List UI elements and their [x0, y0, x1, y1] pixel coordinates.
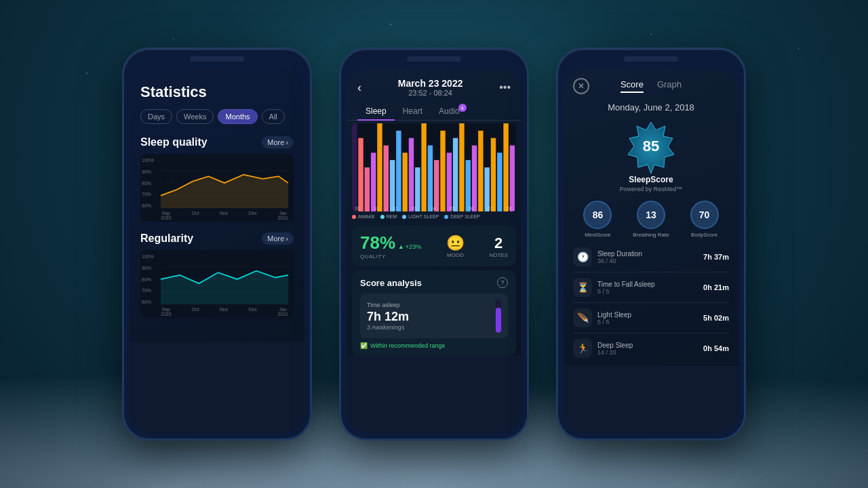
p3-tab-graph[interactable]: Graph — [657, 79, 682, 93]
svg-rect-25 — [434, 160, 439, 211]
phone2-notch — [407, 56, 461, 62]
p2-quality-info: 78% ▲ +23% QUALITY — [360, 232, 421, 260]
p3-breathing-label: Breathing Rate — [633, 232, 669, 238]
p3-metric-breathing: 13 Breathing Rate — [633, 201, 669, 238]
legend-light: LIGHT SLEEP — [402, 214, 439, 219]
p2-date: March 23 2022 — [398, 78, 463, 89]
svg-rect-34 — [491, 138, 496, 211]
phone-statistics: Statistics Days Weeks Months All Sleep q… — [122, 47, 312, 441]
svg-rect-22 — [415, 167, 420, 211]
svg-text:02: 02 — [393, 205, 398, 211]
svg-rect-20 — [402, 152, 407, 211]
svg-text:01: 01 — [374, 205, 379, 211]
p2-recommended: ✅ Within recommended range — [360, 342, 508, 349]
p2-title-block: March 23 2022 23:52 - 08:24 — [398, 78, 463, 97]
p1-regularity-section: Regularity More › 100% 90% 80% 70% 60% — [140, 232, 294, 318]
p3-tab-score[interactable]: Score — [620, 79, 644, 93]
phone3-notch — [624, 56, 678, 62]
svg-text:00: 00 — [355, 205, 360, 211]
p2-quality-block: 78% ▲ +23% QUALITY 😐 MOOD 2 — [352, 226, 516, 266]
svg-rect-13 — [358, 138, 363, 211]
p1-sleep-quality-header: Sleep quality More › — [140, 136, 294, 148]
p3-divider-2 — [573, 302, 729, 303]
p1-tab-days[interactable]: Days — [140, 109, 172, 124]
p3-stat-fall-asleep: ⏳ Time to Fall Asleep 5 / 5 0h 21m — [573, 278, 729, 297]
p3-score-powered: Powered by ResMed™ — [573, 186, 729, 192]
p2-time-asleep-block: Time asleep 7h 12m 3 Awakenings › — [360, 293, 508, 338]
p2-quality-change: ▲ +23% — [398, 243, 421, 250]
p3-stat-deep-sleep: 🏃 Deep Sleep 14 / 20 0h 54m — [573, 339, 729, 358]
p3-score-circle: 85 — [624, 121, 678, 175]
p3-score-name: SleepScore — [573, 175, 729, 184]
p1-reg-svg — [161, 254, 288, 304]
p1-reg-y-labels: 100% 90% 80% 70% 60% — [142, 254, 154, 304]
svg-text:08: 08 — [507, 205, 511, 211]
p1-sleep-quality-section: Sleep quality More › 100% 90% 80% 70% 60… — [140, 136, 294, 222]
svg-rect-28 — [453, 138, 458, 211]
p1-regularity-more[interactable]: More › — [262, 232, 294, 245]
legend-deep: DEEP SLEEP — [444, 214, 479, 219]
p3-metric-mindscore: 86 MindScore — [583, 201, 612, 238]
p1-reg-x-labels: Sep2020 Oct Nov Dec Jan2021 — [161, 307, 288, 317]
phones-container: Statistics Days Weeks Months All Sleep q… — [0, 0, 868, 488]
p3-stat-deep-sleep-value: 0h 54m — [703, 344, 729, 352]
svg-rect-19 — [396, 131, 401, 211]
p2-sleep-chart: 00 01 02 03 04 05 06 07 08 — [352, 123, 516, 211]
phone-sleep-detail: ‹ March 23 2022 23:52 - 08:24 ••• Sleep … — [339, 47, 529, 441]
p2-score-analysis: Score analysis ? Time asleep 7h 12m 3 Aw… — [352, 270, 516, 356]
svg-marker-10 — [161, 271, 288, 304]
p2-sa-title: Score analysis — [360, 278, 422, 288]
p2-ta-label: Time asleep — [367, 302, 409, 308]
p1-title: Statistics — [140, 83, 294, 101]
p3-divider-1 — [573, 272, 729, 272]
p2-ta-bar-fill — [496, 308, 501, 333]
phone1-notch — [190, 56, 244, 62]
phone1-screen: Statistics Days Weeks Months All Sleep q… — [130, 70, 304, 433]
p2-more-button[interactable]: ••• — [499, 81, 511, 94]
p1-sleep-quality-more[interactable]: More › — [262, 136, 294, 148]
p3-stat-sleep-duration: 🕐 Sleep Duration 36 / 40 7h 37m — [573, 247, 729, 266]
legend-awake: AWAKE — [352, 214, 375, 219]
p2-sa-info-button[interactable]: ? — [497, 277, 508, 288]
svg-rect-15 — [371, 152, 376, 211]
svg-text:06: 06 — [469, 205, 473, 211]
p3-stat-light-sleep-value: 5h 02m — [703, 314, 729, 322]
p3-breathing-circle: 13 — [637, 201, 665, 229]
p1-tabs: Days Weeks Months All — [140, 109, 294, 124]
p2-tab-sleep[interactable]: Sleep — [357, 102, 395, 120]
p2-tab-audio[interactable]: Audio 4 — [431, 102, 468, 120]
p2-back-button[interactable]: ‹ — [357, 81, 361, 95]
p3-stat-light-sleep: 🪶 Light Sleep 5 / 5 5h 02m — [573, 308, 729, 327]
chevron-right-icon-2: › — [285, 235, 288, 243]
svg-rect-30 — [466, 160, 471, 211]
p1-tab-weeks[interactable]: Weeks — [176, 109, 214, 124]
p2-awakenings: 3 Awakenings — [367, 324, 409, 331]
p3-stat-sleep-duration-info: Sleep Duration 36 / 40 — [597, 250, 698, 264]
p2-mood-block: 😐 MOOD — [446, 235, 465, 258]
p1-sq-x-labels: Sep2020 Oct Nov Dec Jan2021 — [161, 211, 288, 220]
chevron-right-icon: › — [285, 138, 288, 146]
phone-score: ✕ Score Graph Monday, June 2, 2018 — [556, 47, 746, 441]
p2-chart-legend: AWAKE REM LIGHT SLEEP DEEP SLEEP — [347, 211, 521, 222]
p1-tab-months[interactable]: Months — [218, 109, 257, 124]
p1-sleep-quality-title: Sleep quality — [140, 136, 208, 148]
p2-time-range: 23:52 - 08:24 — [398, 89, 463, 97]
p3-close-button[interactable]: ✕ — [573, 78, 589, 94]
svg-rect-12 — [352, 123, 357, 211]
p3-bodyscore-label: BodyScore — [690, 232, 719, 238]
audio-badge: 4 — [458, 104, 467, 112]
p3-header: ✕ Score Graph — [573, 78, 729, 94]
p2-notes-label: NOTES — [489, 252, 508, 258]
p2-quality-label: QUALITY — [360, 253, 421, 260]
p2-tab-heart[interactable]: Heart — [395, 102, 431, 120]
p2-time-asleep-info: Time asleep 7h 12m 3 Awakenings — [367, 302, 409, 331]
svg-text:05: 05 — [450, 205, 454, 211]
svg-rect-37 — [510, 146, 515, 212]
p3-bodyscore-circle: 70 — [690, 201, 719, 229]
p3-mindscore-label: MindScore — [583, 232, 612, 238]
p1-tab-all[interactable]: All — [262, 109, 285, 124]
svg-rect-21 — [409, 138, 414, 211]
svg-rect-27 — [447, 152, 452, 211]
p2-header: ‹ March 23 2022 23:52 - 08:24 ••• — [347, 70, 521, 102]
phone3-screen: ✕ Score Graph Monday, June 2, 2018 — [564, 70, 738, 433]
